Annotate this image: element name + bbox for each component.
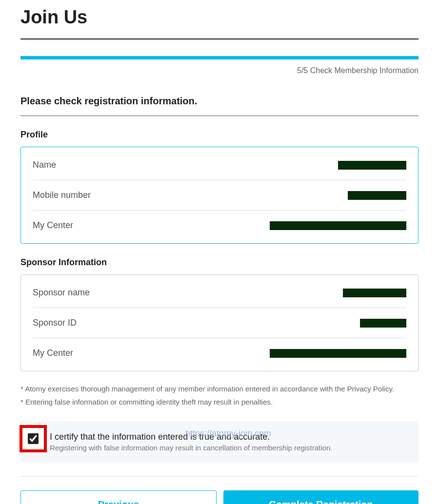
profile-row-center: My Center	[33, 211, 406, 240]
profile-value-name	[338, 161, 406, 170]
complete-registration-button[interactable]: Complete Registration	[223, 490, 419, 504]
sponsor-label-name: Sponsor name	[33, 288, 90, 298]
sponsor-row-center: My Center	[33, 338, 406, 368]
sponsor-value-name	[343, 289, 406, 297]
certify-box: I certify that the information entered i…	[20, 421, 419, 463]
previous-button[interactable]: Previous	[20, 490, 217, 504]
sponsor-label-center: My Center	[33, 348, 73, 358]
profile-section-title: Profile	[20, 130, 419, 140]
profile-row-mobile: Mobile number	[33, 180, 406, 211]
sponsor-value-id	[360, 319, 406, 328]
profile-row-name: Name	[33, 150, 406, 180]
certify-checkbox-highlight	[20, 425, 47, 452]
profile-value-center	[270, 221, 406, 230]
footnote-2: * Entering false information or committi…	[20, 395, 419, 408]
profile-label-center: My Center	[33, 220, 73, 231]
profile-card: Name Mobile number My Center	[20, 147, 419, 244]
certify-sub-text: Registering with false information may r…	[50, 444, 407, 452]
step-label: 5/5 Check Membership Information	[20, 66, 419, 75]
sponsor-label-id: Sponsor ID	[33, 318, 77, 328]
sponsor-row-name: Sponsor name	[33, 278, 406, 308]
profile-value-mobile	[348, 191, 406, 200]
sponsor-section-title: Sponsor Information	[20, 257, 419, 268]
certify-main-text: I certify that the information entered i…	[50, 432, 407, 442]
button-row: Previous Complete Registration	[20, 490, 419, 504]
footnote-1: * Atomy exercises thorough management of…	[20, 382, 419, 395]
sponsor-value-center	[270, 349, 406, 358]
progress-bar	[20, 56, 419, 59]
page-title: Join Us	[20, 0, 419, 39]
profile-label-mobile: Mobile number	[33, 190, 91, 200]
sponsor-card: Sponsor name Sponsor ID My Center	[20, 274, 419, 371]
certify-checkbox[interactable]	[28, 433, 39, 444]
footnotes: * Atomy exercises thorough management of…	[20, 382, 419, 408]
bottom-divider	[20, 476, 419, 477]
sponsor-row-id: Sponsor ID	[33, 308, 406, 338]
check-info-heading: Please check registration information.	[20, 96, 419, 116]
profile-label-name: Name	[33, 160, 56, 170]
